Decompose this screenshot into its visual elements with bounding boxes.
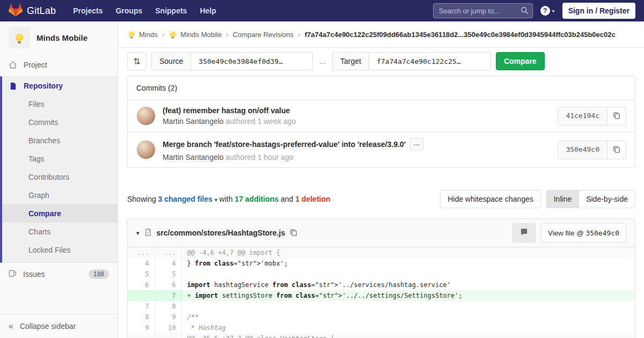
copy-sha-button[interactable] (608, 107, 626, 126)
breadcrumb-current-sha-range: f7a74a7c4e90c122c25f09dd66ab1345e36118d2… (305, 31, 616, 39)
commits-panel: Commits (2) (feat) remember hastag on/of… (127, 76, 635, 168)
copy-sha-button[interactable] (608, 141, 626, 159)
sign-in-register-button[interactable]: Sign in / Register (562, 3, 635, 19)
new-line-number[interactable]: 9 (155, 312, 181, 322)
diff-file-header: ▾ src/common/stores/HashtagStore.js View… (128, 219, 635, 247)
comment-bubble-icon (520, 228, 528, 238)
sidebar-item-project[interactable]: Project (0, 56, 118, 74)
new-line-number[interactable]: 7 (155, 290, 181, 301)
toggle-commit-description-button[interactable]: ... (410, 138, 424, 151)
diff-line-match: ......@@ -4,6 +4,7 @@ import { (128, 247, 635, 258)
sidebar-item-compare[interactable]: Compare (2, 204, 118, 223)
old-line-number[interactable]: ... (128, 333, 155, 338)
target-ref-dropdown[interactable]: f7a74a7c4e90c122c25… (369, 52, 491, 70)
commit-sha-link[interactable]: 350e49c0 (558, 141, 608, 159)
sidebar-item-issues[interactable]: Issues 188 (0, 263, 118, 285)
changed-files-dropdown[interactable]: 3 changed files ▾ (158, 195, 217, 203)
copy-icon (613, 145, 620, 155)
old-line-number[interactable]: 8 (128, 312, 155, 322)
sidebar-item-repository[interactable]: Repository (2, 77, 118, 95)
swap-revisions-button[interactable]: ⇅ (127, 52, 147, 70)
file-icon (144, 228, 152, 238)
global-search (433, 3, 533, 18)
commit-author-avatar[interactable] (136, 140, 156, 159)
sidebar-item-graph[interactable]: Graph (2, 186, 118, 204)
project-avatar (169, 30, 177, 39)
diff-code-cell: import hashtagService from class="str">'… (181, 280, 635, 290)
old-line-number[interactable]: 9 (128, 322, 155, 333)
new-line-number[interactable]: ... (155, 247, 181, 258)
breadcrumb-item-compare-revisions[interactable]: Compare Revisions (233, 31, 294, 39)
range-dots: ... (318, 57, 327, 65)
commit-sha-link[interactable]: 41ce194c (558, 107, 608, 126)
main-content: Minds › Minds Mobile › Compare Revisions… (119, 21, 644, 338)
diff-view-toggle: Inline Side-by-side (546, 190, 635, 208)
diff-code-cell: /** (181, 312, 635, 322)
sidebar-section-repository: Repository Files Commits Branches Tags C… (0, 76, 118, 263)
nav-item-groups[interactable]: Groups (110, 3, 148, 18)
search-input[interactable] (433, 3, 533, 18)
help-dropdown[interactable]: ? ▾ (540, 6, 555, 16)
chevron-down-icon: ▾ (552, 8, 555, 14)
commit-title[interactable]: (feat) remember hastag on/off value (163, 106, 296, 115)
new-line-number[interactable]: 6 (155, 280, 181, 290)
new-line-number[interactable]: 10 (155, 322, 181, 333)
commit-author-name[interactable]: Martin Santangelo (163, 117, 224, 126)
old-line-number[interactable]: 5 (128, 269, 155, 280)
compare-button[interactable]: Compare (496, 52, 545, 70)
sidebar-item-charts[interactable]: Charts (2, 223, 118, 241)
new-line-number[interactable]: 8 (155, 301, 181, 312)
view-file-button[interactable]: View file @ 350e49c0 (541, 223, 626, 243)
sidebar-item-branches[interactable]: Branches (2, 131, 118, 150)
old-line-number[interactable]: 4 (128, 258, 155, 269)
nav-item-snippets[interactable]: Snippets (150, 3, 192, 18)
commit-meta: Martin Santangelo authored 1 hour ago (163, 153, 424, 161)
diff-file-panel: ▾ src/common/stores/HashtagStore.js View… (127, 218, 635, 338)
old-line-number[interactable]: 7 (128, 301, 155, 312)
collapse-diff-caret-icon[interactable]: ▾ (136, 230, 140, 237)
inline-view-button[interactable]: Inline (546, 190, 579, 208)
collapse-sidebar-label: Collapse sidebar (20, 322, 76, 330)
source-ref-dropdown[interactable]: 350e49c0e3984ef0d39… (191, 52, 313, 70)
deletions-count: 1 deletion (295, 195, 330, 203)
breadcrumb-item-minds[interactable]: Minds (127, 30, 158, 39)
sidebar-item-locked-files[interactable]: Locked Files (2, 241, 118, 259)
old-line-number[interactable] (128, 290, 155, 301)
side-by-side-view-button[interactable]: Side-by-side (579, 190, 635, 208)
diff-code-cell: * Hashtag (181, 322, 635, 333)
new-line-number[interactable]: ... (155, 333, 181, 338)
breadcrumb-item-minds-mobile[interactable]: Minds Mobile (169, 30, 222, 39)
old-line-number[interactable]: ... (128, 247, 155, 258)
copy-path-icon[interactable] (290, 229, 297, 238)
sidebar-item-tags[interactable]: Tags (2, 150, 118, 168)
caret-down-icon: ▾ (215, 197, 217, 203)
issues-count-badge: 188 (89, 269, 109, 279)
commit-author-avatar[interactable] (136, 106, 156, 126)
gitlab-logo[interactable]: GitLab (9, 3, 56, 19)
project-title[interactable]: Minds Mobile (36, 33, 87, 42)
nav-item-help[interactable]: Help (194, 3, 221, 18)
commit-title[interactable]: Merge branch 'feat/store-hastags-preferr… (163, 138, 424, 151)
target-label: Target (332, 52, 369, 70)
diff-line-context: 66import hashtagService from class="str"… (128, 280, 635, 290)
sidebar-item-files[interactable]: Files (2, 95, 118, 113)
old-line-number[interactable]: 6 (128, 280, 155, 290)
new-line-number[interactable]: 4 (155, 258, 181, 269)
breadcrumb-separator: › (162, 30, 165, 39)
toggle-comments-button[interactable] (513, 223, 536, 243)
commit-author-name[interactable]: Martin Santangelo (163, 153, 224, 161)
copy-icon (613, 112, 620, 121)
sidebar-item-contributors[interactable]: Contributors (2, 168, 118, 186)
logo-wordmark: GitLab (27, 5, 56, 17)
tanuki-icon (9, 3, 23, 19)
diff-line-context: 89/** (128, 312, 635, 322)
nav-item-projects[interactable]: Projects (68, 3, 108, 18)
sidebar-item-commits[interactable]: Commits (2, 113, 118, 131)
new-line-number[interactable]: 5 (155, 269, 181, 280)
hide-whitespace-button[interactable]: Hide whitespace changes (440, 190, 541, 208)
collapse-sidebar-button[interactable]: « Collapse sidebar (0, 314, 118, 338)
diff-code-cell: @@ -36,6 +37,7 @@ class HashtagStore { (181, 333, 635, 338)
issues-icon (9, 269, 17, 279)
sidebar-item-label: Issues (23, 270, 45, 278)
document-icon (9, 82, 17, 90)
